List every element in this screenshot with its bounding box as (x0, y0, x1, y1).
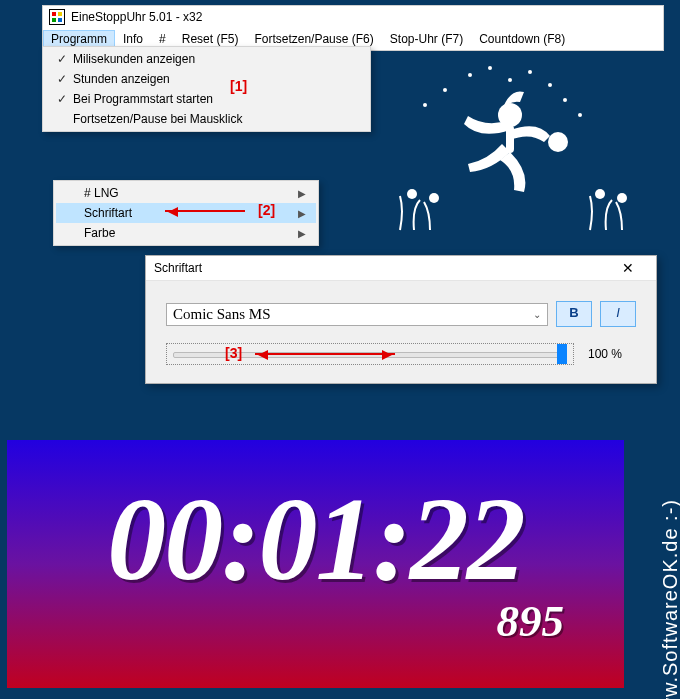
watermark: www.SoftwareOK.de :-) (659, 499, 680, 699)
check-icon: ✓ (51, 52, 73, 66)
italic-button[interactable]: I (600, 301, 636, 327)
menu-item-label: # LNG (84, 186, 298, 200)
time-main: 00:01:22 (107, 481, 524, 599)
time-ms: 895 (497, 595, 565, 647)
svg-point-11 (548, 132, 568, 152)
main-window: EineStoppUhr 5.01 - x32 Programm Info # … (42, 5, 664, 51)
dialog-title: Schriftart (154, 261, 202, 275)
menu-item-label: Farbe (84, 226, 298, 240)
svg-point-4 (548, 83, 552, 87)
chevron-down-icon: ⌄ (533, 309, 541, 320)
svg-point-8 (578, 113, 582, 117)
svg-point-14 (595, 189, 605, 199)
slider-thumb[interactable] (557, 344, 567, 364)
dialog-body: Comic Sans MS ⌄ B I 100 % (146, 281, 656, 383)
menu-item-autostart[interactable]: ✓ Bei Programmstart starten (45, 89, 368, 109)
window-title: EineStoppUhr 5.01 - x32 (71, 10, 202, 24)
menu-item-label: Bei Programmstart starten (73, 92, 358, 106)
font-dialog: Schriftart ✕ Comic Sans MS ⌄ B I 100 % (145, 255, 657, 384)
stopwatch-display: 00:01:22 895 (7, 440, 624, 688)
svg-point-15 (617, 193, 627, 203)
menu-item-label: Milisekunden anzeigen (73, 52, 358, 66)
font-select[interactable]: Comic Sans MS ⌄ (166, 303, 548, 326)
slider-track (173, 352, 567, 358)
chevron-right-icon: ▶ (298, 228, 306, 239)
svg-point-3 (528, 70, 532, 74)
svg-point-13 (429, 193, 439, 203)
svg-point-1 (488, 66, 492, 70)
title-bar[interactable]: EineStoppUhr 5.01 - x32 (43, 6, 663, 28)
size-slider[interactable] (166, 343, 574, 365)
svg-point-9 (498, 103, 522, 127)
bold-button[interactable]: B (556, 301, 592, 327)
menu-item-label: Fortsetzen/Pause bei Mausklick (73, 112, 358, 126)
check-icon: ✓ (51, 92, 73, 106)
size-percent: 100 % (588, 347, 636, 361)
check-icon: ✓ (51, 72, 73, 86)
svg-point-5 (443, 88, 447, 92)
menu-item-schriftart[interactable]: Schriftart ▶ (56, 203, 316, 223)
close-button[interactable]: ✕ (608, 260, 648, 276)
extras-menu: # LNG ▶ Schriftart ▶ Farbe ▶ (53, 180, 319, 246)
menu-item-ms[interactable]: ✓ Milisekunden anzeigen (45, 49, 368, 69)
dialog-title-bar[interactable]: Schriftart ✕ (146, 256, 656, 281)
programm-menu: ✓ Milisekunden anzeigen ✓ Stunden anzeig… (42, 46, 371, 132)
menu-item-hours[interactable]: ✓ Stunden anzeigen (45, 69, 368, 89)
svg-point-7 (423, 103, 427, 107)
chevron-right-icon: ▶ (298, 188, 306, 199)
font-name: Comic Sans MS (173, 306, 271, 323)
menu-item-farbe[interactable]: Farbe ▶ (56, 223, 316, 243)
running-figure-icon (390, 60, 650, 240)
menu-countdown[interactable]: Countdown (F8) (471, 30, 573, 48)
menu-item-mouseclick[interactable]: Fortsetzen/Pause bei Mausklick (45, 109, 368, 129)
menu-stop[interactable]: Stop-Uhr (F7) (382, 30, 471, 48)
app-icon (49, 9, 65, 25)
svg-point-12 (407, 189, 417, 199)
svg-point-6 (563, 98, 567, 102)
menu-item-lng[interactable]: # LNG ▶ (56, 183, 316, 203)
svg-point-2 (508, 78, 512, 82)
svg-rect-10 (506, 125, 514, 153)
chevron-right-icon: ▶ (298, 208, 306, 219)
svg-point-0 (468, 73, 472, 77)
menu-item-label: Schriftart (84, 206, 298, 220)
close-icon: ✕ (622, 260, 634, 276)
menu-item-label: Stunden anzeigen (73, 72, 358, 86)
